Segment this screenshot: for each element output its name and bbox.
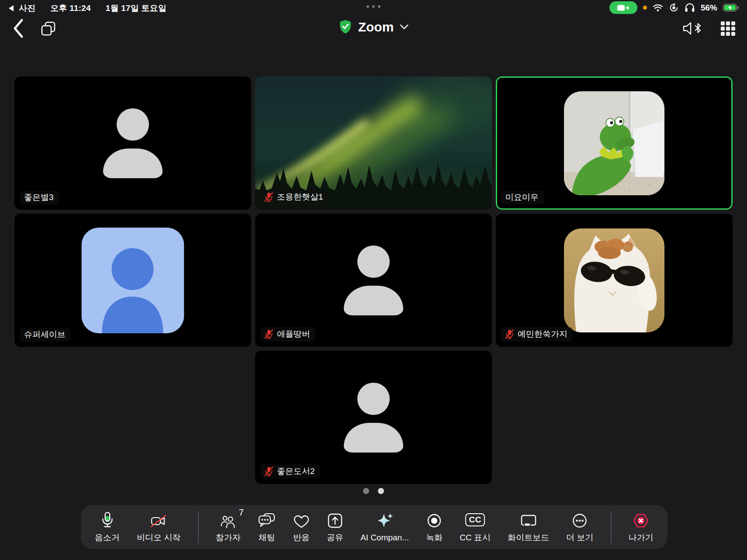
video-camera-icon [617, 4, 630, 12]
gray-person-avatar [103, 108, 163, 178]
reactions-button[interactable]: 반응 [293, 511, 310, 543]
headphones-icon [685, 3, 695, 13]
record-icon [426, 512, 443, 529]
chevron-down-icon [399, 24, 408, 30]
participant-name-tag: 슈퍼세이브 [20, 328, 71, 342]
gray-person-avatar [344, 383, 403, 453]
nav-bar: Zoom [0, 16, 747, 42]
participant-name-tag: 좋은별3 [20, 191, 59, 204]
status-left: 사진 오후 11:24 1월 17일 토요일 [9, 3, 166, 14]
video-off-icon [150, 513, 167, 529]
gray-person-avatar [344, 245, 403, 315]
status-date: 1월 17일 토요일 [106, 3, 166, 14]
security-shield-icon [339, 19, 353, 35]
wifi-icon [653, 3, 663, 12]
participant-grid: 좋은별3 [14, 76, 733, 488]
status-right: 56% [609, 1, 739, 14]
share-button[interactable]: 공유 [327, 511, 343, 543]
cc-label: CC 표시 [460, 532, 491, 543]
participant-tile[interactable]: 좋은별3 [14, 76, 251, 210]
participant-tile[interactable]: 예민한쑥가지 [496, 214, 733, 347]
mic-muted-icon [264, 329, 273, 339]
share-label: 공유 [327, 532, 343, 543]
leave-label: 나가기 [629, 532, 654, 543]
participant-tile[interactable]: 슈퍼세이브 [14, 214, 251, 347]
chat-label: 채팅 [259, 532, 275, 543]
participants-icon [220, 514, 236, 529]
participant-tile-active-speaker[interactable]: 미요미우 [496, 76, 733, 210]
back-to-app-label[interactable]: 사진 [19, 3, 35, 14]
meeting-title-dropdown[interactable]: Zoom [339, 19, 409, 35]
leave-meeting-button[interactable]: 나가기 [629, 511, 654, 543]
toolbar-divider [198, 511, 199, 543]
heart-icon [293, 514, 310, 529]
whiteboard-label: 화이트보드 [508, 532, 549, 543]
toolbar-divider [611, 511, 612, 543]
whiteboard-button[interactable]: 화이트보드 [508, 511, 549, 543]
record-button[interactable]: 녹화 [426, 511, 443, 543]
participants-label: 참가자 [216, 532, 241, 543]
overlapping-windows-icon [40, 21, 57, 37]
zoom-meeting-screen: 사진 오후 11:24 1월 17일 토요일 [0, 0, 747, 560]
blue-person-avatar [82, 228, 184, 333]
speaker-bluetooth-button[interactable] [682, 20, 702, 37]
meeting-toolbar: 음소거 비디오 시작 7 [81, 505, 667, 549]
participants-button[interactable]: 7 참가자 [216, 511, 241, 543]
participant-tile[interactable]: 애플땅버 [255, 214, 492, 347]
reactions-label: 반응 [293, 532, 310, 543]
chevron-left-icon [12, 18, 24, 38]
participants-count-badge: 7 [239, 507, 244, 518]
mic-muted-icon [505, 329, 514, 339]
sunglasses-cat-avatar-photo [564, 228, 664, 332]
battery-icon [723, 3, 739, 12]
start-video-button[interactable]: 비디오 시작 [137, 511, 180, 543]
page-dot-1[interactable] [363, 488, 369, 494]
grid-row-1: 좋은별3 [14, 76, 733, 210]
whiteboard-icon [519, 513, 538, 529]
back-button[interactable] [12, 18, 24, 40]
leave-hexagon-x-icon [632, 512, 650, 529]
ai-companion-button[interactable]: AI Compan... [360, 512, 409, 543]
battery-percent: 56% [701, 3, 717, 13]
participant-name: 예민한쑥가지 [518, 329, 567, 339]
ai-sparkle-icon [376, 512, 394, 530]
status-time: 오후 11:24 [50, 3, 90, 14]
chat-button[interactable]: 채팅 [258, 511, 276, 543]
closed-captions-button[interactable]: CC CC 표시 [460, 511, 491, 543]
camera-active-indicator [609, 1, 637, 14]
ai-companion-label: AI Compan... [360, 533, 409, 543]
back-to-app-icon[interactable] [9, 5, 14, 11]
page-dot-2[interactable] [378, 488, 384, 494]
participant-name-tag: 좋은도서2 [260, 464, 320, 479]
kermit-avatar-photo [564, 91, 664, 195]
participant-name: 좋은별3 [24, 193, 54, 202]
participant-name-tag: 조용한햇살1 [260, 190, 329, 204]
rotation-lock-icon [669, 3, 679, 13]
status-bar: 사진 오후 11:24 1월 17일 토요일 [0, 0, 747, 15]
page-indicator [0, 488, 747, 494]
more-label: 더 보기 [566, 532, 593, 543]
participant-name: 슈퍼세이브 [24, 330, 66, 339]
mute-label: 음소거 [95, 532, 120, 543]
more-ellipsis-icon [571, 512, 588, 529]
privacy-indicator-dot [643, 6, 647, 10]
participant-name: 조용한햇살1 [277, 192, 323, 202]
multi-window-button[interactable] [40, 21, 57, 38]
gallery-view-grid-button[interactable] [720, 21, 736, 36]
grid-row-3: 좋은도서2 [14, 351, 733, 484]
chat-bubbles-icon [258, 512, 276, 529]
participant-tile[interactable]: 조용한햇살1 [255, 76, 492, 210]
nav-right [682, 20, 736, 37]
participant-name: 애플땅버 [277, 329, 310, 339]
more-button[interactable]: 더 보기 [566, 511, 593, 543]
mute-button[interactable]: 음소거 [95, 511, 120, 543]
participant-name-tag: 예민한쑥가지 [501, 327, 573, 342]
participant-name: 좋은도서2 [277, 467, 315, 476]
participant-name-tag: 미요미우 [501, 191, 544, 204]
share-screen-icon [327, 512, 343, 529]
microphone-icon [100, 512, 115, 529]
participant-tile[interactable]: 좋은도서2 [255, 351, 492, 484]
participant-name: 미요미우 [505, 193, 539, 202]
cc-icon: CC [465, 513, 484, 526]
record-label: 녹화 [426, 532, 443, 543]
